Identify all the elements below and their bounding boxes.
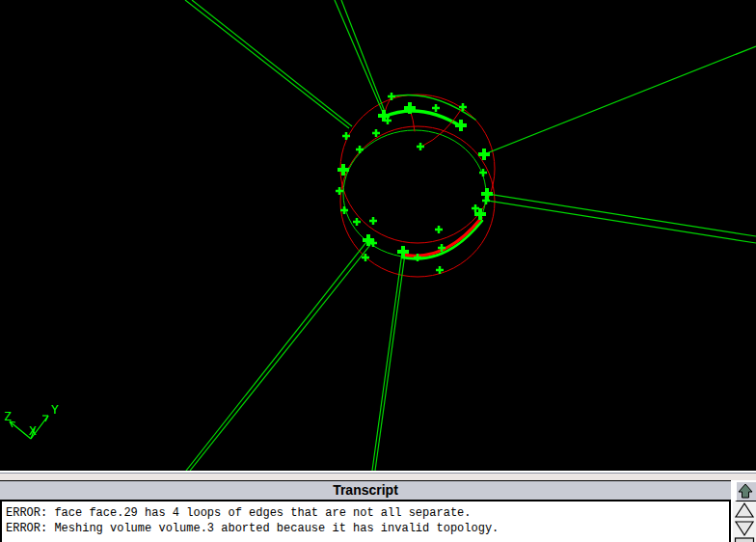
up-arrow-icon (737, 483, 754, 500)
transcript-title-bar: Transcript (0, 480, 731, 501)
edge-line (192, 0, 352, 126)
axis-label-x: X (29, 423, 37, 438)
transcript-output[interactable]: ERROR: face face.29 has 4 loops of edges… (0, 501, 731, 542)
application-window: ZYX Transcript ERROR: face face.29 has 4… (0, 0, 756, 542)
transcript-panel: ERROR: face face.29 has 4 loops of edges… (0, 501, 756, 542)
scroll-up-arrow-icon[interactable] (736, 503, 753, 517)
graphics-viewport[interactable]: ZYX (0, 0, 756, 471)
axis-triad-line (10, 421, 31, 439)
axis-label-y: Y (51, 402, 59, 417)
edge-line (190, 245, 370, 471)
edge-line (375, 254, 405, 471)
axis-label-z: Z (4, 409, 12, 423)
curve-arc (384, 111, 461, 126)
edge-line (335, 0, 384, 115)
transcript-title-row: Transcript (0, 480, 756, 501)
transcript-line: ERROR: face face.29 has 4 loops of edges… (6, 505, 729, 521)
transcript-line: ERROR: Meshing volume volume.3 aborted b… (6, 521, 729, 536)
edge-line (488, 194, 756, 236)
wireframe-model: ZYX (0, 0, 756, 471)
transcript-scrollbar[interactable] (733, 501, 756, 542)
edge-line (341, 0, 387, 117)
edge-line (484, 46, 756, 154)
scroll-thumb[interactable] (736, 538, 754, 542)
curve-arc (402, 221, 482, 258)
panel-expand-button[interactable] (735, 480, 756, 501)
edge-line (372, 253, 402, 471)
edge-line (488, 201, 756, 243)
panel-divider-sash[interactable] (0, 471, 756, 480)
scroll-down-arrow-icon[interactable] (736, 522, 753, 535)
edge-line (185, 0, 349, 128)
transcript-title: Transcript (333, 482, 398, 498)
edge-line (186, 242, 366, 471)
